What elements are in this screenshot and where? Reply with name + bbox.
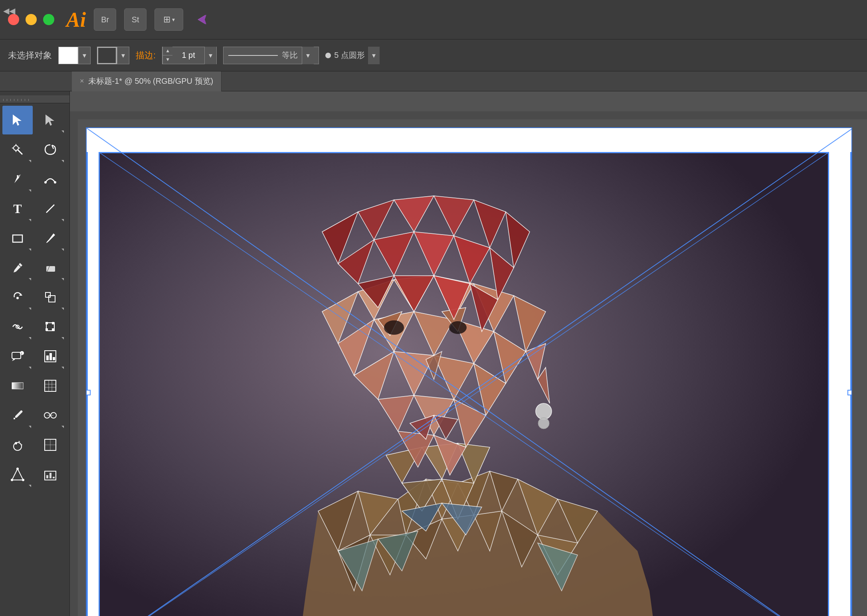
symbol-sprayer-icon [10,438,25,452]
bar-chart-icon [43,467,57,482]
stroke-down-button[interactable]: ▼ [163,55,172,64]
chart2-tool-button[interactable] [35,430,65,459]
paintbrush-icon [43,231,57,245]
tool-sub-indicator [29,426,31,428]
blend-tool-button[interactable] [35,401,65,430]
svg-marker-1 [46,115,54,126]
eyedropper-tool-button[interactable] [2,401,33,430]
symbol-sprayer-button[interactable] [2,430,33,459]
stroke-swatch-control[interactable]: ▾ [97,47,129,64]
fill-control[interactable]: ▾ [58,47,91,64]
scale-tool-button[interactable] [35,283,65,312]
chart-tool-button[interactable] [35,342,65,371]
maximize-window-button[interactable] [43,14,54,25]
artwork-svg [99,152,829,616]
document-tab[interactable]: × 未标题-1* @ 50% (RGB/GPU 预览) [72,71,222,91]
type-icon: T [13,201,22,216]
pen-tool-button[interactable] [2,165,33,193]
artwork-photo [99,152,829,616]
tool-sub-indicator [61,308,64,310]
horizontal-ruler: // ruler ticks generated in init [70,111,867,119]
tab-close-button[interactable]: × [80,77,84,85]
mesh-tool-button[interactable] [35,371,65,400]
rectangle-tool-button[interactable] [2,224,33,253]
warp-tool-button[interactable] [2,312,33,341]
stroke-value-control: ▲ ▼ 1 pt ▾ [162,47,217,64]
svg-rect-34 [49,353,52,360]
eraser-tool-button[interactable] [35,253,65,282]
comment-icon: ! [10,349,25,363]
rotate-tool-button[interactable] [2,283,33,312]
tool-sub-indicator [61,337,64,340]
tool-sub-indicator [29,278,31,280]
panel-collapse-arrows[interactable]: ◀◀ [3,6,15,16]
type-tool-button[interactable]: T [2,194,33,223]
stroke-swatch[interactable] [97,47,117,64]
minimize-window-button[interactable] [26,14,37,25]
svg-rect-33 [46,355,49,360]
eraser-icon [43,261,57,275]
line-style-dropdown[interactable]: ▾ [302,47,314,64]
curvature-tool-button[interactable] [35,165,65,193]
line-style-control[interactable]: 等比 ▾ [223,47,319,64]
svg-rect-35 [53,357,55,360]
comment-tool-button[interactable]: ! [2,342,33,371]
svg-point-126 [538,418,549,429]
svg-rect-37 [45,380,56,391]
svg-line-2 [18,150,22,154]
point-circle-control[interactable]: 5 点圆形 ▾ [325,47,380,64]
svg-point-48 [21,444,22,446]
bar-chart-tool-button[interactable] [35,460,65,489]
direct-select-tool-button[interactable] [35,106,65,134]
stroke-spinners[interactable]: ▲ ▼ [162,47,172,64]
handle-mid-left[interactable] [86,390,91,395]
stroke-label: 描边: [136,49,156,61]
fill-swatch[interactable] [58,47,78,64]
stock-button[interactable]: St [124,8,146,31]
close-window-button[interactable] [8,14,19,25]
bridge-button[interactable]: Br [94,8,116,31]
artboard[interactable] [86,127,852,616]
tool-sub-indicator [61,278,64,280]
select-tool-button[interactable] [2,106,33,134]
top-bar: Ai Br St ⊞ ▾ [0,0,867,39]
slice-tool-button[interactable] [2,460,33,489]
lasso-tool-button[interactable] [35,135,65,164]
free-transform-icon [43,320,57,334]
app-logo: Ai [66,8,86,32]
point-circle-dropdown[interactable]: ▾ [368,47,380,64]
stroke-swatch-dropdown-button[interactable]: ▾ [117,47,129,64]
svg-line-12 [46,205,54,213]
handle-mid-right[interactable] [847,390,852,395]
canvas-area[interactable]: // ruler ticks generated in init [70,91,867,616]
free-transform-button[interactable] [35,312,65,341]
tool-sub-indicator [61,160,64,162]
tool-sub-indicator [29,367,31,369]
svg-rect-28 [52,328,54,331]
tool-sub-indicator [61,426,64,428]
pencil-tool-button[interactable] [2,253,33,282]
line-tool-button[interactable] [35,194,65,223]
stroke-up-button[interactable]: ▲ [163,47,172,55]
svg-point-125 [536,403,552,419]
tool-sub-indicator [61,130,64,133]
line-icon [43,201,57,216]
workspace-button[interactable]: ⊞ ▾ [154,8,183,31]
artboard-top-margin [87,128,851,152]
gradient-tool-button[interactable] [2,371,33,400]
tool-sub-indicator [29,160,31,162]
svg-point-10 [44,181,47,184]
no-selection-label: 未选择对象 [8,49,52,61]
svg-point-18 [16,297,19,299]
vertical-ruler [70,111,78,616]
point-circle-label: 5 点圆形 [334,50,365,61]
blend-icon [43,408,57,423]
magic-wand-tool-button[interactable] [2,135,33,164]
fill-dropdown-button[interactable]: ▾ [78,47,91,64]
publish-button[interactable] [191,8,214,31]
stroke-unit-dropdown[interactable]: ▾ [204,47,216,64]
svg-rect-20 [49,296,55,302]
tool-grid: T [0,103,69,491]
svg-rect-26 [52,322,54,324]
paintbrush-tool-button[interactable] [35,224,65,253]
